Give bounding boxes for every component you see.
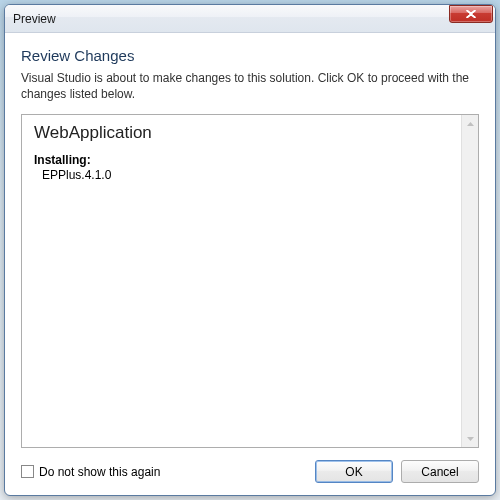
dialog-description: Visual Studio is about to make changes t… — [21, 70, 479, 102]
close-icon — [466, 10, 476, 18]
dont-show-again-checkbox[interactable] — [21, 465, 34, 478]
dialog-window: Preview Review Changes Visual Studio is … — [4, 4, 496, 496]
ok-button[interactable]: OK — [315, 460, 393, 483]
titlebar: Preview — [5, 5, 495, 33]
dont-show-again-label: Do not show this again — [39, 465, 160, 479]
project-name: WebApplication — [34, 123, 449, 143]
dialog-heading: Review Changes — [21, 47, 479, 64]
installing-label: Installing: — [34, 153, 449, 167]
package-item: EPPlus.4.1.0 — [34, 168, 449, 182]
cancel-button[interactable]: Cancel — [401, 460, 479, 483]
dont-show-again-option[interactable]: Do not show this again — [21, 465, 307, 479]
changes-list[interactable]: WebApplication Installing: EPPlus.4.1.0 — [22, 115, 461, 447]
dialog-content: Review Changes Visual Studio is about to… — [5, 33, 495, 495]
window-title: Preview — [13, 12, 449, 26]
close-button[interactable] — [449, 5, 493, 23]
scroll-up-arrow-icon — [462, 115, 478, 132]
scroll-down-arrow-icon — [462, 430, 478, 447]
changes-listbox: WebApplication Installing: EPPlus.4.1.0 — [21, 114, 479, 448]
dialog-footer: Do not show this again OK Cancel — [21, 460, 479, 483]
vertical-scrollbar[interactable] — [461, 115, 478, 447]
